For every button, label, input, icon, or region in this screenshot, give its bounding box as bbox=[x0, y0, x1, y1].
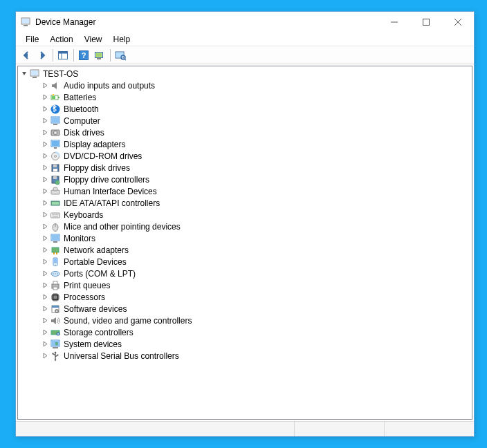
show-hide-tree-button[interactable] bbox=[55, 48, 71, 63]
expander-icon[interactable] bbox=[40, 212, 50, 218]
tree-category-label: Bluetooth bbox=[64, 104, 99, 114]
tree-category[interactable]: Mice and other pointing devices bbox=[18, 221, 472, 232]
ide-icon bbox=[50, 198, 61, 209]
tree-category[interactable]: Human Interface Devices bbox=[18, 185, 472, 197]
expander-icon[interactable] bbox=[40, 176, 50, 183]
tree-category[interactable]: Software devices bbox=[18, 303, 472, 315]
tree-category-label: Display adapters bbox=[64, 140, 125, 149]
svg-rect-75 bbox=[54, 295, 57, 299]
tree-category[interactable]: Monitors bbox=[18, 232, 472, 244]
expander-icon[interactable] bbox=[40, 306, 50, 312]
expander-icon[interactable] bbox=[40, 141, 50, 147]
app-icon bbox=[20, 17, 31, 28]
expander-icon[interactable] bbox=[40, 341, 50, 347]
svg-rect-59 bbox=[52, 235, 59, 240]
expander-icon[interactable] bbox=[40, 270, 50, 277]
toolbar: ? bbox=[16, 46, 474, 64]
expander-icon[interactable] bbox=[40, 153, 50, 159]
titlebar: Device Manager bbox=[16, 12, 474, 32]
menubar: File Action View Help bbox=[16, 32, 474, 46]
printer-icon bbox=[50, 280, 61, 291]
forward-button[interactable] bbox=[35, 48, 50, 63]
back-button[interactable] bbox=[19, 48, 34, 63]
expander-icon[interactable] bbox=[40, 106, 50, 112]
svg-rect-20 bbox=[31, 71, 38, 75]
tree-category[interactable]: IDE ATA/ATAPI controllers bbox=[18, 197, 472, 209]
scan-hardware-button[interactable] bbox=[92, 48, 107, 63]
tree-category[interactable]: Computer bbox=[18, 115, 472, 127]
expander-icon[interactable] bbox=[40, 165, 50, 171]
computer-icon bbox=[29, 68, 40, 80]
expander-icon[interactable] bbox=[40, 235, 50, 241]
tree-category[interactable]: Ports (COM & LPT) bbox=[18, 268, 472, 279]
toolbar-separator bbox=[53, 49, 53, 62]
close-button[interactable] bbox=[442, 12, 474, 32]
expander-icon[interactable] bbox=[40, 94, 50, 100]
audio-icon bbox=[50, 80, 61, 91]
floppy-icon bbox=[50, 162, 61, 174]
tree-category[interactable]: Network adapters bbox=[18, 244, 472, 256]
tree-category-label: Human Interface Devices bbox=[64, 187, 157, 196]
tree-category[interactable]: Print queues bbox=[18, 279, 472, 291]
tree-category[interactable]: Universal Serial Bus controllers bbox=[18, 350, 472, 362]
help-button[interactable]: ? bbox=[76, 48, 91, 63]
expander-icon[interactable] bbox=[19, 71, 29, 77]
tree-category[interactable]: Portable Devices bbox=[18, 256, 472, 268]
toolbar-separator bbox=[73, 49, 74, 62]
tree-category[interactable]: Display adapters bbox=[18, 138, 472, 150]
tree-category[interactable]: Disk drives bbox=[18, 127, 472, 138]
svg-rect-98 bbox=[55, 342, 57, 345]
tree-category[interactable]: Audio inputs and outputs bbox=[18, 80, 472, 91]
menu-action[interactable]: Action bbox=[44, 34, 78, 45]
menu-view[interactable]: View bbox=[79, 34, 108, 45]
menu-help[interactable]: Help bbox=[108, 34, 136, 45]
tree-category[interactable]: Storage controllers bbox=[18, 326, 472, 338]
tree-category[interactable]: Keyboards bbox=[18, 209, 472, 221]
maximize-button[interactable] bbox=[410, 12, 442, 32]
svg-text:?: ? bbox=[82, 51, 86, 59]
tree-category[interactable]: Processors bbox=[18, 291, 472, 303]
svg-rect-8 bbox=[59, 51, 68, 53]
svg-rect-13 bbox=[96, 53, 102, 57]
sound-icon bbox=[50, 315, 61, 326]
expander-icon[interactable] bbox=[40, 329, 50, 335]
minimize-button[interactable] bbox=[378, 12, 410, 32]
properties-button[interactable] bbox=[113, 48, 128, 63]
expander-icon[interactable] bbox=[40, 129, 50, 136]
tree-category[interactable]: System devices bbox=[18, 338, 472, 350]
window-title: Device Manager bbox=[35, 17, 95, 27]
tree-category[interactable]: Bluetooth bbox=[18, 103, 472, 115]
mouse-icon bbox=[50, 221, 61, 232]
tree-root[interactable]: TEST-OS bbox=[18, 68, 472, 80]
keyboard-icon bbox=[50, 209, 61, 221]
svg-rect-42 bbox=[53, 176, 57, 179]
tree-category-label: System devices bbox=[64, 339, 122, 349]
tree-container: TEST-OSAudio inputs and outputsBatteries… bbox=[16, 64, 474, 421]
tree-category[interactable]: Floppy disk drives bbox=[18, 162, 472, 174]
svg-rect-49 bbox=[51, 213, 60, 218]
menu-file[interactable]: File bbox=[20, 34, 44, 45]
expander-icon[interactable] bbox=[40, 200, 50, 206]
storage-icon bbox=[50, 327, 61, 338]
svg-rect-73 bbox=[53, 287, 57, 290]
svg-rect-89 bbox=[52, 306, 59, 308]
tree-category[interactable]: Sound, video and game controllers bbox=[18, 315, 472, 326]
tree-category[interactable]: DVD/CD-ROM drives bbox=[18, 150, 472, 162]
expander-icon[interactable] bbox=[40, 118, 50, 124]
device-tree[interactable]: TEST-OSAudio inputs and outputsBatteries… bbox=[17, 66, 472, 420]
svg-rect-45 bbox=[53, 187, 57, 191]
expander-icon[interactable] bbox=[40, 223, 50, 230]
floppyctl-icon bbox=[50, 174, 61, 185]
status-cell-3 bbox=[384, 422, 474, 436]
expander-icon[interactable] bbox=[40, 259, 50, 265]
expander-icon[interactable] bbox=[40, 294, 50, 300]
tree-category[interactable]: Batteries bbox=[18, 91, 472, 103]
window-controls bbox=[378, 12, 474, 32]
expander-icon[interactable] bbox=[40, 82, 50, 88]
tree-category[interactable]: Floppy drive controllers bbox=[18, 174, 472, 185]
expander-icon[interactable] bbox=[40, 188, 50, 194]
expander-icon[interactable] bbox=[40, 353, 50, 359]
expander-icon[interactable] bbox=[40, 282, 50, 288]
expander-icon[interactable] bbox=[40, 247, 50, 253]
expander-icon[interactable] bbox=[40, 317, 50, 324]
